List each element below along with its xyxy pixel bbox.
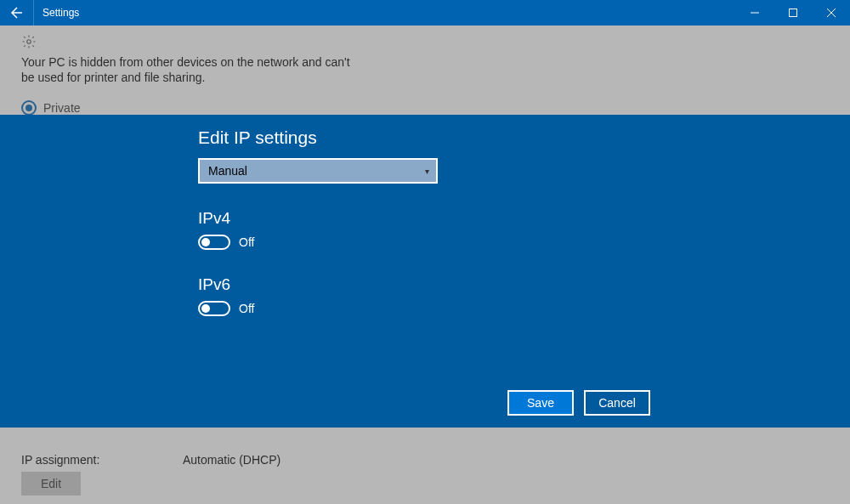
maximize-button[interactable] xyxy=(774,0,812,25)
ipv6-toggle[interactable] xyxy=(198,301,230,316)
ip-mode-dropdown[interactable]: Manual ▾ xyxy=(198,158,438,184)
svg-rect-1 xyxy=(789,9,796,17)
titlebar: Settings xyxy=(0,0,850,25)
ipv6-label: IPv6 xyxy=(198,275,674,294)
maximize-icon xyxy=(789,8,797,17)
ipv4-toggle[interactable] xyxy=(198,235,230,250)
ipv6-toggle-state: Off xyxy=(239,302,254,315)
window-title: Settings xyxy=(34,7,79,19)
close-icon xyxy=(827,8,836,17)
minimize-button[interactable] xyxy=(735,0,774,25)
close-button[interactable] xyxy=(812,0,850,25)
ipv4-label: IPv4 xyxy=(198,209,674,228)
back-arrow-icon xyxy=(10,6,24,20)
edit-ip-settings-dialog: Edit IP settings Manual ▾ IPv4 Off IPv6 … xyxy=(0,115,850,428)
chevron-down-icon: ▾ xyxy=(425,167,429,176)
save-button[interactable]: Save xyxy=(507,390,574,416)
dialog-title: Edit IP settings xyxy=(198,127,674,148)
ipv4-toggle-state: Off xyxy=(239,235,254,249)
dropdown-value: Manual xyxy=(208,164,247,178)
window-controls xyxy=(735,0,850,25)
minimize-icon xyxy=(751,8,759,17)
cancel-button[interactable]: Cancel xyxy=(584,390,650,416)
back-button[interactable] xyxy=(0,0,34,25)
